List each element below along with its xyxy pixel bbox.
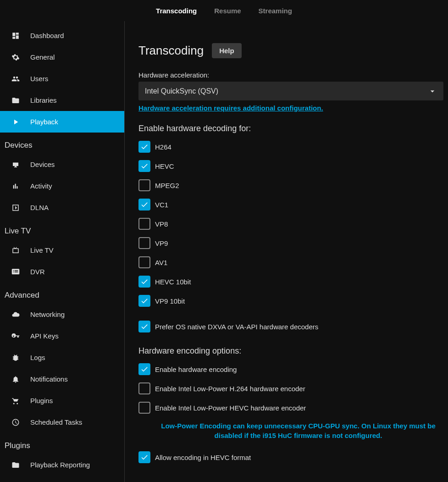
codec-hevc-label: HEVC	[155, 162, 174, 170]
codec-vp9-checkbox[interactable]	[138, 237, 150, 249]
sidebar-item-general[interactable]: General	[0, 46, 124, 68]
codec-av1-checkbox[interactable]	[138, 256, 150, 268]
dvr-icon	[11, 267, 20, 277]
encode-opt-2: Enable Intel Low-Power HEVC hardware enc…	[138, 402, 443, 414]
people-icon	[11, 74, 20, 83]
sidebar-section-plugins: Plugins	[0, 433, 124, 454]
sidebar-item-playback[interactable]: Playback	[0, 111, 124, 133]
encode-opt-0-checkbox[interactable]	[138, 363, 150, 375]
tab-transcoding[interactable]: Transcoding	[156, 7, 197, 15]
cloud-icon	[11, 310, 20, 319]
codec-hevc-10bit: HEVC 10bit	[138, 276, 443, 288]
folder-icon	[11, 460, 20, 470]
sidebar-item-label: Plugins	[30, 397, 53, 404]
encode-opt-2-label: Enable Intel Low-Power HEVC hardware enc…	[155, 404, 306, 412]
sidebar-item-label: Playback	[30, 118, 58, 126]
prefer-native-label: Prefer OS native DXVA or VA-API hardware…	[155, 323, 318, 331]
sidebar-item-scheduled-tasks[interactable]: Scheduled Tasks	[0, 411, 124, 433]
sidebar-section-live-tv: Live TV	[0, 218, 124, 239]
sidebar-item-users[interactable]: Users	[0, 68, 124, 89]
codec-vp8-label: VP8	[155, 220, 168, 228]
sidebar-item-activity[interactable]: Activity	[0, 175, 124, 197]
sidebar-item-label: DVR	[30, 268, 45, 276]
codec-vc1-checkbox[interactable]	[138, 199, 150, 211]
sidebar-item-live-tv[interactable]: Live TV	[0, 239, 124, 261]
codec-mpeg2-checkbox[interactable]	[138, 179, 150, 191]
codec-h264-checkbox[interactable]	[138, 141, 150, 153]
sidebar-item-plugins[interactable]: Plugins	[0, 390, 124, 411]
sidebar-item-label: Notifications	[30, 375, 68, 383]
sidebar-item-label: Libraries	[30, 96, 57, 104]
codec-h264-label: H264	[155, 143, 171, 151]
prefer-native: Prefer OS native DXVA or VA-API hardware…	[138, 321, 443, 332]
codec-mpeg2-label: MPEG2	[155, 182, 179, 189]
sidebar-item-label: Playback Reporting	[30, 461, 90, 469]
sidebar-item-api-keys[interactable]: API Keys	[0, 325, 124, 347]
codec-hevc-10bit-label: HEVC 10bit	[155, 278, 191, 286]
hwaccel-config-link[interactable]: Hardware acceleration requires additiona…	[138, 104, 443, 112]
codec-hevc: HEVC	[138, 160, 443, 172]
main-content: Transcoding Help Hardware acceleration: …	[125, 21, 448, 482]
sidebar-item-notifications[interactable]: Notifications	[0, 368, 124, 390]
codec-vc1-label: VC1	[155, 201, 168, 209]
allow-hevc-checkbox[interactable]	[138, 451, 150, 463]
sidebar-item-dlna[interactable]: DLNA	[0, 197, 124, 218]
sidebar-item-libraries[interactable]: Libraries	[0, 89, 124, 111]
sidebar-item-label: Networking	[30, 310, 65, 318]
allow-hevc-label: Allow encoding in HEVC format	[155, 454, 251, 461]
sidebar-item-devices[interactable]: Devices	[0, 154, 124, 175]
sidebar-item-logs[interactable]: Logs	[0, 347, 124, 368]
codec-vp9-10bit: VP9 10bit	[138, 295, 443, 307]
devices-icon	[11, 160, 20, 169]
sidebar-item-label: API Keys	[30, 332, 59, 340]
sidebar-item-label: Devices	[30, 161, 55, 168]
input-icon	[11, 203, 20, 212]
sidebar-item-playback-reporting[interactable]: Playback Reporting	[0, 454, 124, 476]
codec-vp9-10bit-label: VP9 10bit	[155, 297, 185, 305]
encode-opt-1-checkbox[interactable]	[138, 382, 150, 394]
help-button[interactable]: Help	[212, 43, 242, 58]
settings-icon	[11, 53, 20, 62]
sidebar-item-label: Logs	[30, 354, 45, 361]
codec-mpeg2: MPEG2	[138, 179, 443, 191]
chart-icon	[11, 182, 20, 191]
sidebar-item-dvr[interactable]: DVR	[0, 261, 124, 283]
codec-vp9-label: VP9	[155, 239, 168, 247]
codec-hevc-10bit-checkbox[interactable]	[138, 276, 150, 288]
prefer-native-checkbox[interactable]	[138, 321, 150, 332]
sidebar-section-devices: Devices	[0, 133, 124, 154]
codec-av1-label: AV1	[155, 259, 167, 266]
sidebar-item-dashboard[interactable]: Dashboard	[0, 25, 124, 46]
tab-resume[interactable]: Resume	[214, 7, 241, 15]
sidebar: DashboardGeneralUsersLibrariesPlaybackDe…	[0, 21, 125, 482]
decode-heading: Enable hardware decoding for:	[138, 124, 443, 133]
allow-hevc: Allow encoding in HEVC format	[138, 451, 443, 463]
schedule-icon	[11, 418, 20, 427]
encode-opt-1: Enable Intel Low-Power H.264 hardware en…	[138, 382, 443, 394]
sidebar-item-label: DLNA	[30, 204, 49, 211]
sidebar-item-label: Activity	[30, 182, 52, 190]
codec-vp9: VP9	[138, 237, 443, 249]
lowpower-note: Low-Power Encoding can keep unnecessary …	[153, 421, 443, 440]
sidebar-item-label: Live TV	[30, 246, 54, 254]
sidebar-section-advanced: Advanced	[0, 283, 124, 304]
sidebar-item-label: Scheduled Tasks	[30, 418, 82, 426]
sidebar-item-label: Users	[30, 75, 48, 83]
encode-opt-2-checkbox[interactable]	[138, 402, 150, 414]
codec-hevc-checkbox[interactable]	[138, 160, 150, 172]
encode-opt-0: Enable hardware encoding	[138, 363, 443, 375]
codec-av1: AV1	[138, 256, 443, 268]
livetv-icon	[11, 246, 20, 255]
sidebar-item-label: Dashboard	[30, 32, 64, 39]
tab-streaming[interactable]: Streaming	[259, 7, 292, 15]
codec-h264: H264	[138, 141, 443, 153]
hwaccel-label: Hardware acceleration:	[138, 71, 443, 79]
codec-vp9-10bit-checkbox[interactable]	[138, 295, 150, 307]
bug-icon	[11, 353, 20, 362]
cart-icon	[11, 396, 20, 405]
encode-heading: Hardware encoding options:	[138, 346, 443, 356]
dashboard-icon	[11, 31, 20, 40]
codec-vp8-checkbox[interactable]	[138, 218, 150, 230]
hwaccel-select[interactable]: Intel QuickSync (QSV)	[138, 82, 443, 100]
sidebar-item-networking[interactable]: Networking	[0, 304, 124, 325]
